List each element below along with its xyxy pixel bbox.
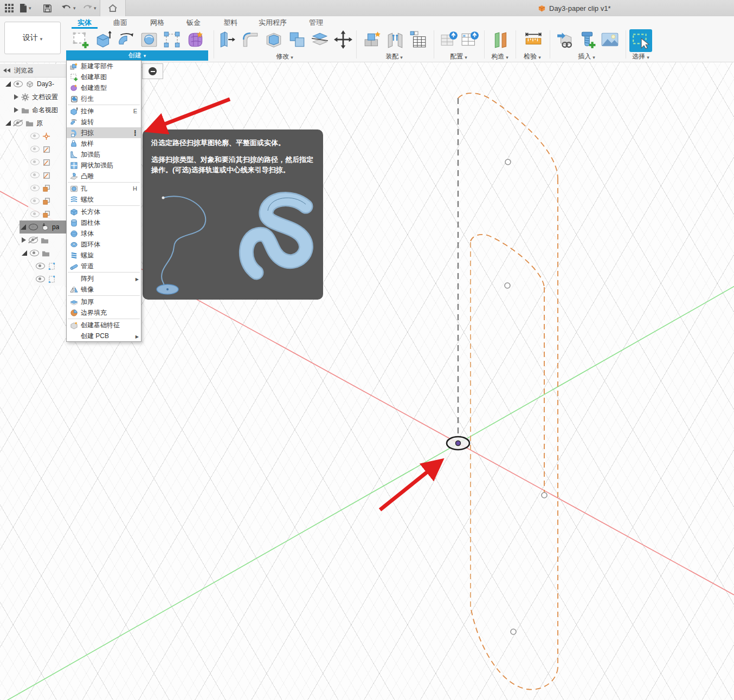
annotation-arrows [0,0,734,700]
arrow-to-profile-circle [380,462,440,510]
fusion360-window: 浏览器 Day3- 文档设置 命名视图 原 [0,0,734,700]
arrow-to-sweep-menu-item [149,99,230,130]
